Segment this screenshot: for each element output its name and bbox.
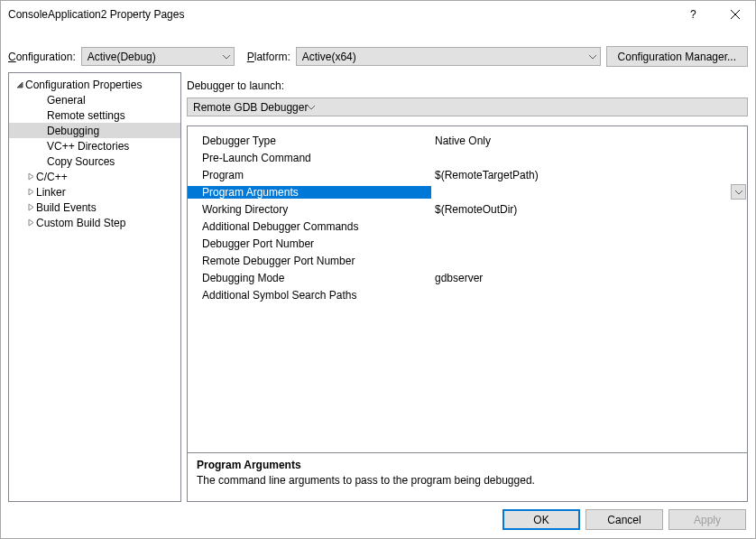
- configuration-value: Active(Debug): [88, 51, 156, 63]
- grid-key: Program Arguments: [188, 186, 431, 199]
- tree-item-vc-directories[interactable]: VC++ Directories: [9, 138, 180, 153]
- grid-key: Additional Debugger Commands: [188, 220, 431, 233]
- tree-item-label: Remote settings: [47, 109, 125, 122]
- platform-value: Active(x64): [302, 51, 356, 63]
- tree-item-copy-sources[interactable]: Copy Sources: [9, 153, 180, 169]
- close-icon: [731, 10, 740, 19]
- grid-row[interactable]: Program Arguments: [188, 183, 747, 200]
- grid-key: Debugger Port Number: [188, 237, 431, 250]
- grid-key: Working Directory: [188, 203, 431, 216]
- tree-item-linker[interactable]: Linker: [9, 184, 180, 200]
- ok-button[interactable]: OK: [502, 509, 580, 530]
- grid-value[interactable]: $(RemoteTargetPath): [431, 169, 747, 181]
- titlebar: ConsoleApplication2 Property Pages ?: [1, 1, 755, 28]
- chevron-down-icon: [735, 189, 742, 196]
- close-button[interactable]: [715, 1, 755, 28]
- grid-value[interactable]: $(RemoteOutDir): [431, 203, 747, 216]
- platform-label: Platform:: [247, 51, 290, 63]
- description-text: The command line arguments to pass to th…: [197, 474, 738, 487]
- tree-expand-icon[interactable]: [25, 218, 36, 227]
- window-title: ConsoleApplication2 Property Pages: [8, 8, 674, 21]
- configuration-combo[interactable]: Active(Debug): [81, 47, 235, 66]
- tree-item-label: General: [47, 94, 86, 107]
- tree-item-label: Custom Build Step: [36, 217, 125, 229]
- tree-item-debugging[interactable]: Debugging: [9, 123, 180, 138]
- grid-key: Remote Debugger Port Number: [188, 255, 431, 267]
- property-grid: Debugger TypeNative OnlyPre-Launch Comma…: [187, 125, 748, 502]
- description-panel: Program Arguments The command line argum…: [188, 452, 747, 501]
- grid-value[interactable]: Native Only: [431, 135, 747, 147]
- grid-row[interactable]: Remote Debugger Port Number: [188, 252, 747, 269]
- tree-item-c-c-[interactable]: C/C++: [9, 169, 180, 184]
- chevron-down-icon: [308, 101, 315, 114]
- grid-key: Additional Symbol Search Paths: [188, 289, 431, 302]
- help-button[interactable]: ?: [674, 1, 715, 28]
- configuration-manager-button[interactable]: Configuration Manager...: [606, 46, 748, 67]
- tree-item-label: C/C++: [36, 171, 68, 183]
- grid-dropdown-button[interactable]: [731, 184, 746, 200]
- svg-text:?: ?: [690, 8, 696, 21]
- tree-root-label: Configuration Properties: [25, 79, 142, 91]
- tree-item-build-events[interactable]: Build Events: [9, 200, 180, 215]
- grid-value[interactable]: gdbserver: [431, 272, 747, 284]
- tree-expand-icon[interactable]: [25, 188, 36, 196]
- tree-expand-icon[interactable]: [25, 203, 36, 211]
- launcher-value: Remote GDB Debugger: [193, 101, 308, 114]
- grid-row[interactable]: Program$(RemoteTargetPath): [188, 166, 747, 183]
- apply-button[interactable]: Apply: [668, 509, 746, 530]
- chevron-down-icon: [223, 51, 230, 63]
- grid-row[interactable]: Debugging Modegdbserver: [188, 269, 747, 286]
- tree-item-remote-settings[interactable]: Remote settings: [9, 107, 180, 123]
- config-row: Configuration: Active(Debug) Platform: A…: [1, 28, 755, 67]
- tree-item-label: VC++ Directories: [47, 140, 129, 153]
- configuration-label: Configuration:: [8, 51, 76, 63]
- grid-key: Debugging Mode: [188, 272, 431, 284]
- grid-key: Pre-Launch Command: [188, 152, 431, 164]
- platform-combo[interactable]: Active(x64): [296, 47, 601, 66]
- tree-item-general[interactable]: General: [9, 92, 180, 107]
- tree-collapse-icon[interactable]: [14, 80, 25, 88]
- tree-item-label: Copy Sources: [47, 155, 115, 168]
- tree-item-label: Debugging: [47, 125, 99, 137]
- launcher-label: Debugger to launch:: [187, 72, 748, 98]
- grid-row[interactable]: Debugger Port Number: [188, 235, 747, 252]
- help-icon: ?: [690, 8, 699, 21]
- launcher-combo[interactable]: Remote GDB Debugger: [187, 98, 748, 116]
- grid-key: Debugger Type: [188, 135, 431, 147]
- tree-item-label: Linker: [36, 186, 66, 199]
- description-title: Program Arguments: [197, 459, 738, 471]
- grid-row[interactable]: Additional Symbol Search Paths: [188, 286, 747, 303]
- footer: OK Cancel Apply: [1, 502, 755, 537]
- tree[interactable]: Configuration Properties GeneralRemote s…: [8, 72, 181, 502]
- grid-key: Program: [188, 169, 431, 181]
- grid-row[interactable]: Working Directory$(RemoteOutDir): [188, 200, 747, 218]
- tree-root[interactable]: Configuration Properties: [9, 77, 180, 92]
- tree-item-label: Build Events: [36, 201, 97, 214]
- grid-row[interactable]: Additional Debugger Commands: [188, 218, 747, 235]
- tree-item-custom-build-step[interactable]: Custom Build Step: [9, 215, 180, 230]
- grid-row[interactable]: Debugger TypeNative Only: [188, 132, 747, 149]
- tree-expand-icon[interactable]: [25, 172, 36, 181]
- cancel-button[interactable]: Cancel: [585, 509, 663, 530]
- chevron-down-icon: [589, 51, 596, 63]
- grid-row[interactable]: Pre-Launch Command: [188, 149, 747, 166]
